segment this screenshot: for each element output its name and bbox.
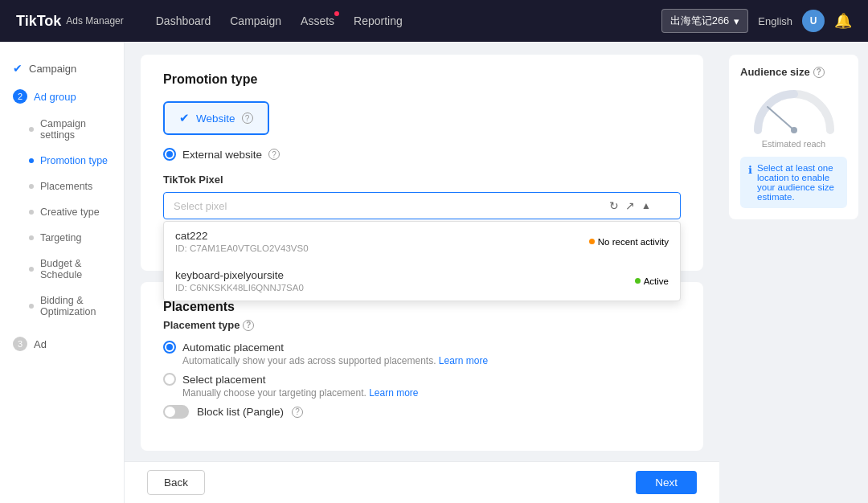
- pixel-option-keyboard[interactable]: keyboard-pixelyoursite ID: C6NKSKK48LI6Q…: [164, 261, 680, 301]
- placements-section: Placements Placement type ? Automatic pl…: [141, 282, 703, 451]
- pixel-select[interactable]: Select pixel ↻ ↗ ▲: [163, 192, 681, 219]
- pixel-placeholder: Select pixel: [174, 200, 227, 212]
- sidebar-sub-creative-type[interactable]: Creative type: [0, 199, 124, 225]
- sidebar-item-ad[interactable]: 3 Ad: [0, 329, 124, 358]
- nav-campaign[interactable]: Campaign: [230, 10, 281, 32]
- sidebar-item-campaign[interactable]: ✔ Campaign: [0, 55, 124, 82]
- sub-dot: [29, 184, 34, 189]
- sidebar-sub-targeting[interactable]: Targeting: [0, 225, 124, 251]
- next-button[interactable]: Next: [636, 471, 697, 494]
- logo: TikTok Ads Manager: [16, 13, 124, 30]
- select-actions: ↻ ↗ ▲: [609, 199, 651, 212]
- radio-circle-external: [163, 148, 176, 161]
- audience-title: Audience size ?: [740, 66, 847, 78]
- section-title-promotion: Promotion type: [163, 72, 681, 87]
- info-circle-icon: ℹ: [748, 164, 752, 176]
- sidebar-sub-promotion-type[interactable]: Promotion type: [0, 148, 124, 174]
- placement-automatic: Automatic placement Automatically show y…: [163, 341, 681, 366]
- pixel-dropdown: cat222 ID: C7AM1EA0VTGLO2V43VS0 No recen…: [163, 221, 681, 301]
- sidebar-item-adgroup[interactable]: 2 Ad group: [0, 82, 124, 111]
- audience-help-icon: ?: [813, 67, 825, 78]
- automatic-placement-desc: Automatically show your ads across suppo…: [182, 355, 681, 366]
- language-button[interactable]: English: [758, 15, 792, 27]
- sidebar-sub-budget-schedule[interactable]: Budget & Schedule: [0, 251, 124, 288]
- pixel-label: TikTok Pixel: [163, 174, 681, 186]
- sidebar-sub-campaign-settings[interactable]: Campaign settings: [0, 111, 124, 148]
- radio-auto-placement[interactable]: [163, 341, 176, 354]
- pixel-status-inactive: No recent activity: [589, 237, 669, 247]
- radio-external-website[interactable]: External website ?: [163, 148, 681, 161]
- help-icon-external: ?: [268, 149, 280, 160]
- select-placement-learn-more[interactable]: Learn more: [369, 387, 418, 399]
- auto-placement-learn-more[interactable]: Learn more: [439, 355, 488, 366]
- pixel-select-wrapper: Select pixel ↻ ↗ ▲ cat222 ID: C7AM1EA0V: [163, 192, 681, 219]
- account-selector[interactable]: 出海笔记266 ▾: [661, 9, 749, 33]
- chevron-down-icon: ▾: [734, 15, 739, 27]
- sub-dot: [29, 210, 34, 215]
- placement-type-help-icon: ?: [243, 320, 254, 331]
- bottom-bar: Back Next: [125, 461, 719, 503]
- promotion-type-section: Promotion type ✔ Website ? External webs…: [141, 55, 703, 271]
- sub-dot: [29, 235, 34, 240]
- block-list-row: Block list (Pangle) ?: [163, 405, 681, 419]
- refresh-icon[interactable]: ↻: [609, 199, 619, 212]
- placements-title: Placements: [163, 300, 681, 314]
- placement-select: Select placement Manually choose your ta…: [163, 373, 681, 399]
- logo-tiktok: TikTok: [16, 13, 61, 30]
- select-placement-desc: Manually choose your targeting placement…: [182, 387, 681, 399]
- sidebar: ✔ Campaign 2 Ad group Campaign settings …: [0, 42, 125, 503]
- right-panel: Audience size ? Estimated reach ℹ Select: [719, 42, 868, 503]
- pixel-option-cat222[interactable]: cat222 ID: C7AM1EA0VTGLO2V43VS0 No recen…: [164, 222, 680, 261]
- block-list-toggle[interactable]: [163, 405, 189, 419]
- avatar[interactable]: U: [802, 10, 825, 32]
- external-link-icon[interactable]: ↗: [625, 199, 635, 212]
- estimated-reach-label: Estimated reach: [740, 139, 847, 149]
- assets-notification-dot: [334, 11, 339, 16]
- radio-group-website-type: External website ?: [163, 148, 681, 161]
- logo-sub: Ads Manager: [66, 15, 123, 27]
- block-list-help-icon: ?: [292, 407, 303, 418]
- promo-option-website[interactable]: ✔ Website ?: [163, 101, 269, 135]
- check-icon: ✔: [179, 111, 190, 125]
- sub-dot: [29, 127, 34, 132]
- sub-dot: [29, 304, 34, 309]
- main-nav: Dashboard Campaign Assets Reporting: [156, 10, 637, 32]
- audience-gauge: [740, 86, 847, 134]
- app-body: ✔ Campaign 2 Ad group Campaign settings …: [0, 42, 868, 503]
- nav-assets[interactable]: Assets: [301, 10, 334, 32]
- svg-line-0: [768, 107, 794, 130]
- sub-dot: [29, 267, 34, 272]
- audience-size-box: Audience size ? Estimated reach ℹ Select: [729, 55, 858, 219]
- radio-select-placement[interactable]: [163, 373, 176, 386]
- step-badge-adgroup: 2: [13, 89, 27, 104]
- pixel-status-active: Active: [635, 276, 669, 286]
- check-icon: ✔: [13, 62, 23, 75]
- gauge-svg: [750, 86, 838, 134]
- help-icon: ?: [242, 112, 253, 124]
- notifications-icon[interactable]: 🔔: [834, 12, 852, 30]
- nav-dashboard[interactable]: Dashboard: [156, 10, 211, 32]
- nav-reporting[interactable]: Reporting: [354, 10, 403, 32]
- chevron-up-icon: ▲: [641, 200, 651, 211]
- placement-type-label: Placement type ?: [163, 319, 681, 331]
- sidebar-sub-placements[interactable]: Placements: [0, 174, 124, 199]
- top-navigation: TikTok Ads Manager Dashboard Campaign As…: [0, 0, 868, 42]
- sidebar-sub-bidding-optimization[interactable]: Bidding & Optimization: [0, 288, 124, 325]
- back-button[interactable]: Back: [147, 470, 205, 495]
- promo-options: ✔ Website ?: [163, 101, 681, 135]
- status-dot-inactive: [589, 239, 595, 244]
- status-dot-active: [635, 278, 641, 284]
- sub-dot-active: [29, 158, 34, 163]
- audience-info-box: ℹ Select at least one location to enable…: [740, 157, 847, 208]
- step-badge-ad: 3: [13, 337, 27, 351]
- svg-point-1: [791, 127, 797, 133]
- tiktok-pixel-section: TikTok Pixel Select pixel ↻ ↗ ▲: [163, 174, 681, 219]
- nav-right: 出海笔记266 ▾ English U 🔔: [661, 9, 852, 33]
- main-content: Promotion type ✔ Website ? External webs…: [125, 42, 719, 503]
